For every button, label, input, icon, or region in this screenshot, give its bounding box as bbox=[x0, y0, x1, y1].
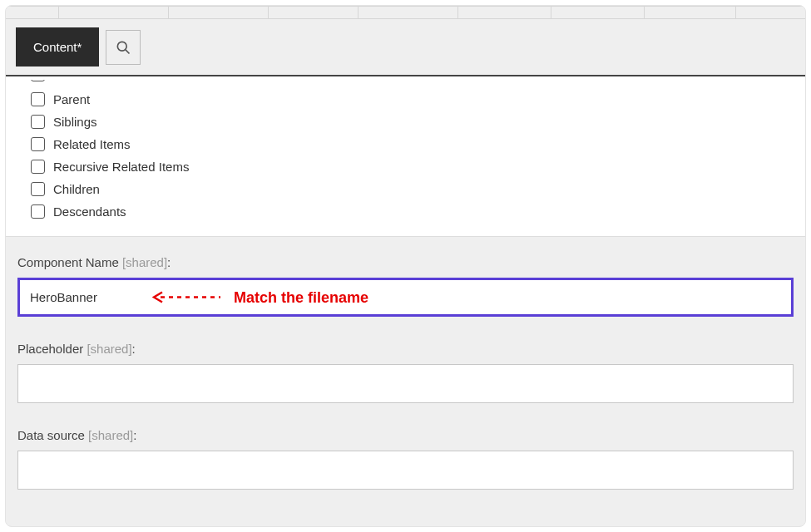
checkbox-row-related-items[interactable]: Related Items bbox=[31, 133, 792, 155]
checkbox-icon[interactable] bbox=[31, 92, 45, 106]
checkbox-label: Ancestors bbox=[53, 80, 109, 81]
checkbox-icon[interactable] bbox=[31, 160, 45, 174]
field-label: Data source [shared]: bbox=[17, 428, 794, 442]
checkbox-row-recursive-related-items[interactable]: Recursive Related Items bbox=[31, 155, 792, 178]
placeholder-input[interactable] bbox=[17, 364, 794, 403]
ribbon-tab-ghost[interactable] bbox=[59, 7, 169, 18]
ribbon-tab-ghost[interactable] bbox=[359, 7, 458, 18]
checkbox-row-descendants[interactable]: Descendants bbox=[31, 200, 792, 223]
label-text: Component Name bbox=[17, 255, 119, 269]
shared-tag: [shared] bbox=[88, 428, 133, 442]
checkbox-icon[interactable] bbox=[31, 204, 45, 219]
form-area: Component Name [shared]: Match the filen… bbox=[6, 237, 805, 525]
checkbox-label: Related Items bbox=[53, 137, 131, 151]
colon: : bbox=[132, 342, 136, 356]
checkbox-row-parent[interactable]: Parent bbox=[31, 88, 792, 111]
shared-tag: [shared] bbox=[87, 342, 131, 356]
ribbon-tab-ghost[interactable] bbox=[269, 7, 359, 18]
colon: : bbox=[167, 255, 171, 269]
checkbox-icon[interactable] bbox=[31, 115, 45, 129]
ribbon-tabs-row bbox=[6, 6, 805, 19]
component-name-input[interactable] bbox=[20, 280, 791, 314]
field-component-name: Component Name [shared]: Match the filen… bbox=[17, 255, 794, 317]
field-placeholder: Placeholder [shared]: bbox=[17, 342, 794, 403]
colon: : bbox=[133, 428, 136, 442]
checkbox-label: Siblings bbox=[53, 115, 97, 129]
label-text: Data source bbox=[17, 428, 85, 442]
checkbox-row-children[interactable]: Children bbox=[31, 178, 792, 200]
field-data-source: Data source [shared]: bbox=[17, 428, 794, 490]
search-icon bbox=[115, 39, 131, 56]
ribbon-tab-ghost[interactable] bbox=[458, 7, 551, 18]
publishing-options-panel: Ancestors Parent Siblings Related Items … bbox=[6, 76, 805, 237]
ribbon-tab-ghost[interactable] bbox=[169, 7, 269, 18]
ribbon-tab-ghost[interactable] bbox=[645, 7, 736, 18]
content-toolbar: Content* bbox=[6, 19, 805, 76]
checkbox-row-siblings[interactable]: Siblings bbox=[31, 111, 792, 133]
svg-line-1 bbox=[126, 50, 130, 54]
label-text: Placeholder bbox=[17, 342, 83, 356]
checkbox-label: Children bbox=[53, 182, 100, 196]
checkbox-icon[interactable] bbox=[31, 182, 45, 196]
search-button[interactable] bbox=[106, 30, 141, 65]
checkbox-icon[interactable] bbox=[31, 80, 45, 81]
component-name-input-highlight: Match the filename bbox=[17, 278, 794, 317]
field-label: Placeholder [shared]: bbox=[17, 342, 794, 356]
data-source-input[interactable] bbox=[17, 451, 794, 490]
svg-point-0 bbox=[118, 42, 127, 51]
field-label: Component Name [shared]: bbox=[17, 255, 794, 269]
shared-tag: [shared] bbox=[122, 255, 167, 269]
app-frame: Content* Ancestors Parent Siblings Relat… bbox=[5, 5, 806, 527]
checkbox-label: Descendants bbox=[53, 204, 126, 219]
checkbox-label: Parent bbox=[53, 92, 90, 106]
ribbon-tab-ghost[interactable] bbox=[6, 7, 59, 18]
checkbox-row-ancestors[interactable]: Ancestors bbox=[31, 80, 792, 88]
checkbox-label: Recursive Related Items bbox=[53, 160, 189, 174]
tab-content[interactable]: Content* bbox=[16, 27, 99, 66]
ribbon-tab-ghost[interactable] bbox=[551, 7, 645, 18]
checkbox-icon[interactable] bbox=[31, 137, 45, 151]
